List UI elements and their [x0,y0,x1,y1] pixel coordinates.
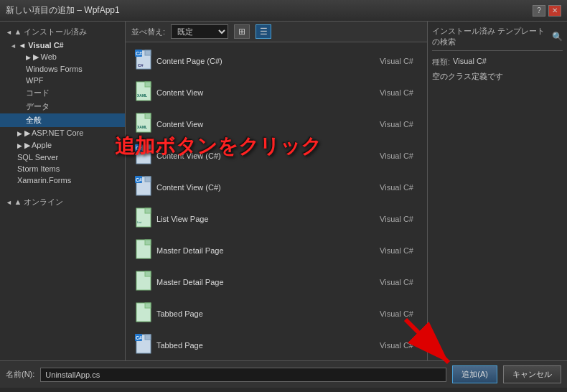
search-bar: インストール済み テンプレートの検索 🔍 [432,26,563,51]
template-lang: Visual C# [380,151,413,160]
tree-item-wpf[interactable]: WPF [0,75,125,86]
svg-rect-1 [145,50,151,55]
template-name: Tabbed Page [156,309,380,318]
right-panel: インストール済み テンプレートの検索 🔍 種類: Visual C# 空のクラス… [427,22,567,360]
search-icon[interactable]: 🔍 [552,32,563,42]
template-lang: Visual C# [380,88,413,97]
template-content-view-cs-2[interactable]: C# Content View (C#) Visual C# [128,172,424,203]
search-label: インストール済み テンプレートの検索 [432,26,552,47]
svg-rect-20 [145,208,151,213]
type-label: 種類: [432,57,450,68]
template-content-view-2[interactable]: XAML Content View Visual C# [128,108,424,140]
template-icon [133,302,156,325]
svg-rect-25 [145,271,151,276]
template-icon: C# [133,334,156,357]
sort-select[interactable]: 既定 [171,24,228,39]
svg-text:C#: C# [136,51,142,56]
list-view-btn[interactable]: ☰ [256,24,271,39]
template-name: Master Detail Page [156,246,380,255]
template-icon [133,239,156,262]
template-icon: C# [133,176,156,199]
template-name: Content Page (C#) [156,57,380,65]
template-icon: XAML [133,113,156,136]
svg-text:XAML: XAML [137,93,147,98]
tree-item-xamarin[interactable]: Xamarin.Forms [0,174,125,186]
svg-rect-12 [145,145,151,150]
svg-text:C#: C# [138,63,144,67]
svg-text:C#: C# [136,146,142,151]
template-icon: C# C# [133,50,156,73]
svg-rect-6 [145,82,151,87]
online-section[interactable]: ▲ オンライン [0,195,125,210]
add-button[interactable]: 追加(A) [452,365,497,383]
tree-item-aspnet[interactable]: ▶ ASP.NET Core [0,127,125,139]
template-content-view-cs-1[interactable]: C# Content View (C#) Visual C# [128,140,424,172]
template-content-page-cs[interactable]: C# C# Content Page (C#) Visual C# [128,45,424,77]
tree-item-general[interactable]: 全般 [0,113,125,127]
tree-item-web[interactable]: ▶ Web [0,51,125,63]
center-toolbar: 並べ替え: 既定 ⊞ ☰ [126,22,427,42]
template-content-view-1[interactable]: XAML Content View Visual C# [128,77,424,108]
template-lang: Visual C# [380,278,413,286]
tree-item-visual-csharp[interactable]: ◄ Visual C# [0,39,125,51]
grid-view-btn[interactable]: ⊞ [234,24,250,39]
type-value: Visual C# [453,57,487,65]
cancel-button[interactable]: キャンセル [503,365,561,383]
svg-text:C#: C# [136,177,142,182]
title-controls: ? ✕ [533,5,561,17]
template-master-detail-1[interactable]: Master Detail Page Visual C# [128,235,424,266]
tree-item-code[interactable]: コード [0,86,125,100]
template-name: Content View [156,88,380,97]
template-lang: Visual C# [380,57,413,65]
template-name: Content View [156,120,380,129]
tree-item-apple[interactable]: ▶ Apple [0,139,125,151]
template-lang: Visual C# [380,120,413,129]
template-icon: XAML [133,81,156,104]
template-name: List View Page [156,215,380,223]
svg-rect-29 [145,335,151,340]
svg-text:List: List [137,220,142,224]
template-lang: Visual C# [380,341,413,350]
template-lang: Visual C# [380,183,413,192]
template-icon [133,271,156,294]
template-tabbed-page-2[interactable]: C# Tabbed Page Visual C# [128,330,424,360]
template-name: Content View (C#) [156,183,380,192]
svg-rect-16 [145,177,151,182]
template-lang: Visual C# [380,246,413,255]
title-bar: 新しい項目の追加 – WpfApp1 ? ✕ [0,0,567,22]
svg-rect-23 [145,240,151,245]
svg-text:C#: C# [136,335,142,340]
template-lang: Visual C# [380,215,413,223]
bottom-bar: 名前(N): 追加(A) キャンセル [0,360,567,388]
template-name: Tabbed Page [156,341,380,350]
svg-text:XAML: XAML [137,125,147,129]
tree-item-sqlserver[interactable]: SQL Server [0,151,125,163]
left-panel: ▲ インストール済み ◄ Visual C# ▶ Web Windows For… [0,22,126,360]
svg-rect-9 [145,113,151,118]
help-button[interactable]: ? [533,5,545,17]
installed-section[interactable]: ▲ インストール済み [0,24,125,39]
name-input[interactable] [40,368,446,382]
desc-value: 空のクラス定義です [432,71,563,82]
template-lang: Visual C# [380,309,413,318]
template-icon: List [133,207,156,230]
template-name: Master Detail Page [156,278,380,286]
name-label: 名前(N): [6,369,34,380]
template-name: Content View (C#) [156,151,380,160]
close-button[interactable]: ✕ [548,5,561,17]
template-list-view-page[interactable]: List List View Page Visual C# [128,203,424,235]
sort-label: 並べ替え: [131,27,165,37]
template-master-detail-2[interactable]: Master Detail Page Visual C# [128,266,424,298]
tree-item-storm[interactable]: Storm Items [0,163,125,174]
center-panel: 並べ替え: 既定 ⊞ ☰ C# C# [126,22,427,360]
svg-rect-27 [145,303,151,308]
type-row: 種類: Visual C# [432,57,563,68]
template-list: C# C# Content Page (C#) Visual C# XAML [126,42,427,360]
template-tabbed-page-1[interactable]: Tabbed Page Visual C# [128,298,424,330]
tree-item-data[interactable]: データ [0,100,125,113]
tree-item-windows-forms[interactable]: Windows Forms [0,63,125,75]
template-icon: C# [133,144,156,167]
window-title: 新しい項目の追加 – WpfApp1 [6,4,120,17]
